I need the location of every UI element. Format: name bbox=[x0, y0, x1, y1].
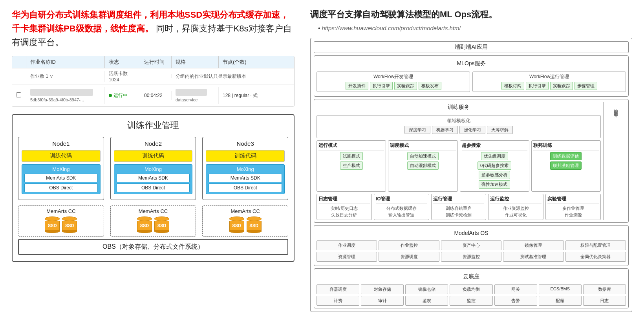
mgmt-exp-title: 实验管理 bbox=[547, 196, 599, 204]
cloud-cell-monitor: 监控 bbox=[450, 296, 492, 306]
chip-reinforce-learn: 强化学习 bbox=[459, 126, 485, 134]
subrow-note: 分组内的作业默认只显示最新版本 bbox=[172, 71, 294, 82]
job-id: 5db3f0fa-69a9-4f0b-8947-... bbox=[30, 97, 84, 102]
col-nodes-header: 节点(个数) bbox=[219, 56, 266, 68]
workflow-run-chips: 模板订阅 执行引擎 实验跟踪 步骤管理 bbox=[474, 82, 624, 90]
cloud-cell-gateway: 网关 bbox=[494, 284, 537, 294]
ssd-top4 bbox=[154, 216, 169, 221]
ma-cell-res-schedule: 资源调度 bbox=[379, 252, 439, 262]
workflow-run-box: WorkFlow运行管理 模板订阅 执行引擎 实验跟踪 步骤管理 bbox=[472, 72, 626, 92]
mode-hyperparam-chips1: 优先级调度 bbox=[462, 152, 527, 160]
left-panel: 华为自研分布式训练集群调度组件，利用本地SSD实现分布式缓存加速，千卡集群训练P… bbox=[12, 8, 295, 324]
table-header: 作业名称ID 状态 运行时间 规格 节点(个数) bbox=[12, 56, 294, 68]
node1-obs-direct: OBS Direct bbox=[24, 183, 98, 192]
subrow-job-count: 作业数 1 ∨ bbox=[26, 71, 105, 82]
ssd-bottom3 bbox=[137, 230, 152, 233]
cloud-cell-container: 容器调度 bbox=[317, 284, 359, 294]
col-check-header bbox=[12, 56, 26, 68]
node2-box: Node2 训练代码 MoXing MemArts SDK OBS Direct bbox=[110, 137, 196, 200]
mlops-title: MLOps服务 bbox=[317, 58, 626, 69]
mlops-section: MLOps服务 WorkFlow开发管理 开发插件 执行引擎 实验跟踪 模板发布… bbox=[314, 55, 629, 97]
mode-run-title: 运行模式 bbox=[318, 142, 384, 150]
train-section: 训练服务 领域模板化 深度学习 机器学习 强化学习 天筹求解 运行模式 bbox=[314, 99, 629, 223]
obs-bar: OBS（对象存储、分布式文件系统） bbox=[18, 239, 288, 255]
mode-federated-chips1: 训练数据评估 bbox=[533, 152, 599, 160]
domain-section: 领域模板化 深度学习 机器学习 强化学习 天筹求解 bbox=[317, 115, 601, 138]
mode-run-chips2: 生产模式 bbox=[318, 161, 384, 170]
mode-hyperparam-chips2: 弹性加速模式 bbox=[462, 180, 527, 189]
mlops-diagram: 端到端AI应用 MLOps服务 WorkFlow开发管理 开发插件 执行引擎 实… bbox=[310, 38, 632, 312]
checkbox-input[interactable] bbox=[16, 92, 21, 97]
modelarts-grid-row1: 作业调度 作业监控 资产中心 镜像管理 权限与配置管理 bbox=[317, 240, 626, 250]
ssd-bottom5 bbox=[229, 230, 244, 233]
ssd-body3: SSD bbox=[137, 221, 152, 230]
chip-trial-mode: 试跑模式 bbox=[340, 152, 363, 160]
node1-train-code: 训练代码 bbox=[22, 150, 101, 162]
memarts-cc-box2: MemArts CC SSD SSD bbox=[110, 205, 196, 237]
arch-title: 训练作业管理 bbox=[18, 119, 288, 131]
node3-train-code: 训练代码 bbox=[206, 150, 285, 162]
col-status-header: 状态 bbox=[105, 56, 140, 68]
ssd-body5: SSD bbox=[229, 221, 244, 230]
ssd-cyl4: SSD bbox=[154, 216, 169, 233]
job-table: 作业名称ID 状态 运行时间 规格 节点(个数) 作业数 1 ∨ 活跃卡数 10… bbox=[12, 56, 295, 107]
nodes-row: Node1 训练代码 MoXing MemArts SDK OBS Direct… bbox=[18, 137, 288, 200]
cloud-grid-row1: 容器调度 对象存储 镜像仓储 负载均衡 网关 ECS/BMS 数据库 bbox=[317, 284, 626, 294]
chip-dev-publish: 模板发布 bbox=[419, 82, 441, 90]
ssd-bottom4 bbox=[154, 230, 169, 233]
domain-title: 领域模板化 bbox=[319, 117, 598, 124]
cloud-cell-alert: 告警 bbox=[494, 296, 537, 306]
chip-run-subscribe: 模板订阅 bbox=[501, 82, 524, 90]
status-running-label: 运行中 bbox=[109, 92, 136, 99]
cloud-title: 云底座 bbox=[317, 271, 626, 282]
modelarts-title: ModelArts OS bbox=[317, 228, 626, 238]
row-nodes: 128 | regular · 式 bbox=[219, 91, 266, 101]
ssd-row2: SSD SSD bbox=[113, 216, 194, 233]
mode-run-chips1: 试跑模式 bbox=[318, 152, 384, 160]
chip-tianzhou: 天筹求解 bbox=[487, 126, 513, 134]
cloud-cell-audit: 审计 bbox=[361, 296, 404, 306]
right-link[interactable]: https://www.huaweicloud.com/product/mode… bbox=[318, 25, 632, 31]
workflow-row: WorkFlow开发管理 开发插件 执行引擎 实验跟踪 模板发布 WorkFlo… bbox=[317, 72, 626, 92]
chip-run-track: 实验跟踪 bbox=[550, 82, 573, 90]
ssd-bottom6 bbox=[247, 230, 262, 233]
ssd-top1 bbox=[45, 216, 60, 221]
mgmt-io-title: IO管理 bbox=[376, 196, 427, 204]
chip-auto-hybrid: 自动混部模式 bbox=[407, 161, 439, 170]
memarts-cc-title3: MemArts CC bbox=[205, 208, 285, 214]
node3-obs-direct: OBS Direct bbox=[209, 183, 282, 192]
node3-moxing: MoXing bbox=[209, 166, 282, 172]
chip-train-data-eval: 训练数据评估 bbox=[550, 152, 582, 160]
mgmt-run-row1: 训练容错重启 bbox=[433, 205, 485, 211]
row-time: 00:04:22 bbox=[140, 91, 172, 100]
memarts-cc-title1: MemArts CC bbox=[21, 208, 101, 214]
mgmt-exp-row1: 多作业管理 bbox=[547, 205, 599, 211]
ssd-top6 bbox=[247, 216, 262, 221]
memarts-cc-box3: MemArts CC SSD SSD bbox=[202, 205, 288, 237]
cloud-cell-quota: 配额 bbox=[539, 296, 582, 306]
node2-obs-direct: OBS Direct bbox=[117, 183, 190, 192]
ssd-top2 bbox=[62, 216, 77, 221]
train-title: 训练服务 bbox=[317, 102, 601, 113]
chip-elastic-accel: 弹性加速模式 bbox=[479, 180, 510, 189]
chip-dev-track: 实验跟踪 bbox=[394, 82, 417, 90]
ma-cell-image-mgmt: 镜像管理 bbox=[503, 240, 564, 250]
ssd-cyl3: SSD bbox=[137, 216, 152, 233]
row-checkbox[interactable] bbox=[12, 91, 26, 100]
mode-hyperparam-title: 超参搜索 bbox=[462, 142, 527, 150]
ma-cell-job-schedule: 作业调度 bbox=[317, 240, 377, 250]
workflow-dev-chips: 开发插件 执行引擎 实验跟踪 模板发布 bbox=[318, 82, 468, 90]
row-spec: dataservice bbox=[172, 87, 219, 104]
cloud-cell-ecs: ECS/BMS bbox=[539, 284, 582, 294]
mgmt-run-box: 运行管理 训练容错重启 训练卡死检测 bbox=[431, 194, 487, 220]
cloud-cell-log: 日志 bbox=[583, 296, 626, 306]
cloud-cell-db: 数据库 bbox=[583, 284, 626, 294]
chip-run-engine: 执行引擎 bbox=[526, 82, 549, 90]
col-name-header: 作业名称ID bbox=[26, 56, 105, 68]
mgmt-monitor-box: 运行监控 作业资源监控 作业可视化 bbox=[488, 194, 543, 220]
ma-cell-global-opt: 全局优化决策器 bbox=[565, 252, 626, 262]
chip-prod-mode: 生产模式 bbox=[340, 161, 363, 170]
ssd-row3: SSD SSD bbox=[205, 216, 285, 233]
node3-box: Node3 训练代码 MoXing MemArts SDK OBS Direct bbox=[202, 137, 288, 200]
super-search-chips1: 0代码超参搜索 bbox=[462, 161, 527, 170]
